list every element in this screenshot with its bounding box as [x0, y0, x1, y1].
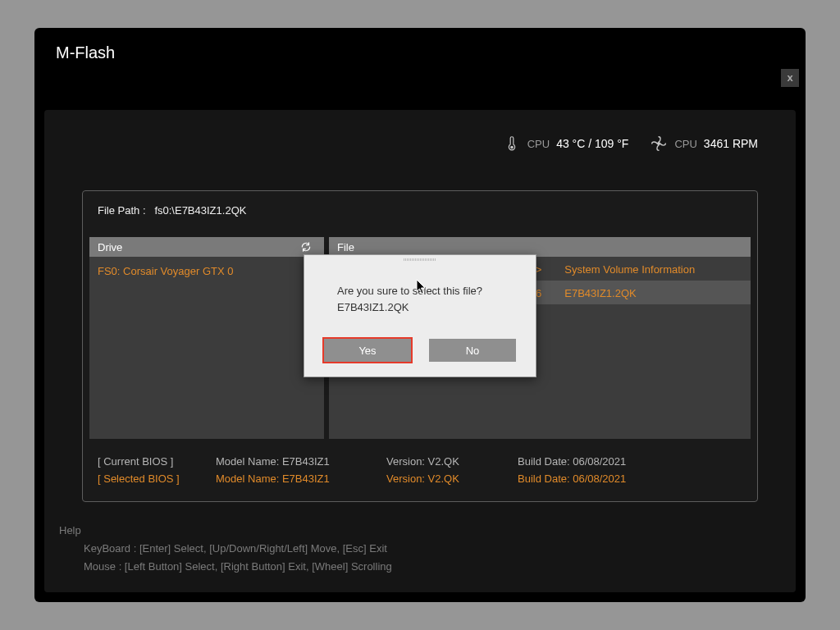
- confirm-dialog: Are you sure to select this file? E7B43I…: [304, 254, 536, 377]
- help-title: Help: [59, 522, 392, 540]
- file-header-label: File: [337, 241, 354, 253]
- dialog-drag-handle[interactable]: [304, 255, 536, 263]
- current-bios-line: [ Current BIOS ] Model Name: E7B43IZ1 Ve…: [98, 455, 742, 468]
- drive-header-label: Drive: [98, 241, 122, 253]
- cpu-fan-value: 3461 RPM: [704, 137, 758, 150]
- file-path-value: fs0:\E7B43IZ1.2QK: [154, 204, 246, 217]
- drive-list: FS0: Corsair Voyager GTX 0: [89, 257, 324, 439]
- file-name: System Volume Information: [553, 257, 751, 281]
- selected-bios-build: Build Date: 06/08/2021: [518, 472, 626, 485]
- selected-bios-model: Model Name: E7B43IZ1: [216, 472, 362, 485]
- help-mouse: Mouse : [Left Button] Select, [Right But…: [59, 558, 392, 576]
- bios-info: [ Current BIOS ] Model Name: E7B43IZ1 Ve…: [98, 455, 742, 485]
- app-title: M-Flash: [56, 43, 115, 62]
- dialog-message: Are you sure to select this file? E7B43I…: [304, 263, 536, 322]
- cpu-fan-label: CPU: [674, 138, 696, 150]
- no-button[interactable]: No: [429, 339, 516, 362]
- current-bios-label: [ Current BIOS ]: [98, 455, 191, 468]
- current-bios-version: Version: V2.QK: [386, 455, 493, 468]
- help-keyboard: KeyBoard : [Enter] Select, [Up/Down/Righ…: [59, 540, 392, 558]
- cpu-temp-stat: CPU 43 °C / 109 °F: [503, 135, 629, 153]
- file-name: E7B43IZ1.2QK: [553, 281, 751, 304]
- dialog-buttons: Yes No: [304, 339, 536, 362]
- dialog-line2: E7B43IZ1.2QK: [337, 299, 503, 316]
- selected-bios-label: [ Selected BIOS ]: [98, 472, 191, 485]
- svg-point-0: [510, 146, 514, 149]
- thermometer-icon: [503, 135, 521, 153]
- file-path-row: File Path : fs0:\E7B43IZ1.2QK: [83, 191, 757, 225]
- cpu-fan-stat: CPU 3461 RPM: [650, 135, 758, 153]
- selected-bios-line: [ Selected BIOS ] Model Name: E7B43IZ1 V…: [98, 472, 742, 485]
- help-section: Help KeyBoard : [Enter] Select, [Up/Down…: [59, 522, 392, 576]
- dialog-line1: Are you sure to select this file?: [337, 283, 503, 299]
- current-bios-model: Model Name: E7B43IZ1: [216, 455, 362, 468]
- refresh-icon: [300, 241, 312, 253]
- drive-item[interactable]: FS0: Corsair Voyager GTX 0: [89, 257, 324, 285]
- fan-icon: [650, 135, 668, 153]
- current-bios-build: Build Date: 06/08/2021: [518, 455, 626, 468]
- selected-bios-version: Version: V2.QK: [386, 472, 493, 485]
- status-bar: CPU 43 °C / 109 °F CPU 3461 RPM: [503, 135, 758, 153]
- drive-column: Drive FS0: Corsair Voyager GTX 0: [89, 237, 324, 439]
- yes-button[interactable]: Yes: [324, 339, 411, 362]
- close-button[interactable]: x: [781, 69, 799, 87]
- titlebar: M-Flash x: [34, 28, 806, 77]
- grip-icon: [404, 258, 436, 261]
- drive-header: Drive: [89, 237, 324, 257]
- cpu-temp-label: CPU: [527, 138, 550, 150]
- file-path-label: File Path :: [98, 204, 146, 217]
- cpu-temp-value: 43 °C / 109 °F: [556, 137, 628, 150]
